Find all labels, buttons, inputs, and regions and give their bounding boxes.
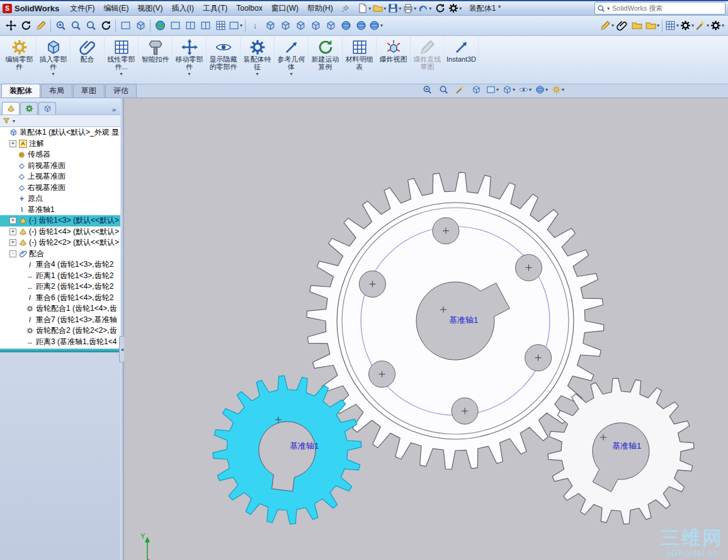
camera-views-button[interactable]: ▾ — [368, 18, 384, 33]
attachments-button[interactable] — [615, 18, 630, 33]
viewport-single-button[interactable] — [168, 18, 183, 33]
display-style-button[interactable]: ▾ — [501, 82, 516, 97]
linear-component-pattern-button[interactable]: 线性零部件...▾ — [105, 36, 139, 84]
apply-scene-button[interactable] — [152, 18, 168, 33]
tree-item[interactable]: /重合4 (齿轮1<3>,齿轮2 — [0, 259, 120, 271]
standard-views-button[interactable]: ↓ — [247, 18, 263, 33]
bill-of-materials-button[interactable]: 材料明细表 — [343, 36, 377, 84]
assembly-features-button[interactable]: 装配体特征▾ — [241, 36, 275, 84]
menu-item[interactable]: 插入(I) — [168, 2, 198, 15]
tree-item[interactable]: ◇上视基准面 — [0, 171, 120, 182]
hidden-lines-visible-button[interactable] — [278, 18, 293, 33]
tree-item[interactable]: +(-) 齿轮1<3> (默认<<默认> — [0, 215, 120, 227]
tree-item[interactable]: +原点 — [0, 193, 120, 204]
tree-item[interactable]: /重合6 (齿轮1<4>,齿轮2 — [0, 293, 120, 304]
instant3d-button[interactable]: Instant3D — [445, 36, 479, 84]
print-button[interactable]: ▾ — [402, 1, 418, 16]
viewport-four-button[interactable] — [213, 18, 228, 33]
expander-toggle[interactable]: - — [9, 250, 16, 257]
expander-toggle[interactable]: + — [9, 228, 16, 235]
tab-装配体[interactable]: 装配体 — [1, 84, 40, 98]
view-orientation-button[interactable]: ▾ — [485, 82, 500, 97]
tab-评估[interactable]: 评估 — [105, 84, 137, 98]
perspective-button[interactable] — [353, 18, 368, 33]
menu-item[interactable]: 窗口(W) — [267, 2, 303, 15]
tree-item[interactable]: /重合7 (齿轮1<3>,基准轴 — [0, 315, 120, 326]
design-library-button[interactable] — [630, 18, 645, 33]
tree-item[interactable]: ↔距离1 (齿轮1<3>,齿轮2 — [0, 271, 120, 282]
menu-item[interactable]: 帮助(H) — [303, 2, 338, 15]
menu-item[interactable]: 文件(F) — [65, 2, 99, 15]
model-canvas[interactable]: 基准轴1基准轴1基准轴1Y三维网3DPortal.cn — [124, 98, 728, 560]
tree-item[interactable]: ◇前视基准面 — [0, 160, 120, 172]
undo-button[interactable]: ▾ — [418, 1, 433, 16]
edit-component-button[interactable]: 编辑零部件 — [3, 36, 37, 84]
tree-item[interactable]: \基准轴1 — [0, 204, 120, 216]
menu-item[interactable]: Toolbox — [232, 3, 266, 14]
file-explorer-button[interactable]: ▾ — [645, 18, 660, 33]
tree-item[interactable]: ◇右视基准面 — [0, 182, 120, 194]
rotate-view-button[interactable] — [98, 18, 113, 33]
mate-button[interactable]: 配合 — [71, 36, 105, 84]
zoom-to-area-hud-button[interactable] — [419, 82, 435, 97]
previous-view-button[interactable] — [118, 18, 133, 33]
new-motion-study-button[interactable]: 新建运动算例 — [309, 36, 343, 84]
save-button[interactable]: ▾ — [387, 1, 402, 16]
propertymanager-tab[interactable] — [20, 102, 38, 115]
show-hidden-components-button[interactable]: 显示隐藏的零部件 — [207, 36, 241, 84]
pin-menu-button[interactable] — [341, 4, 350, 13]
featuremanager-tab[interactable] — [2, 102, 20, 115]
move-component-button[interactable] — [3, 18, 18, 33]
viewport-two-vertical-button[interactable] — [183, 18, 198, 33]
new-document-button[interactable]: ▾ — [357, 1, 372, 16]
expander-toggle[interactable]: + — [9, 217, 16, 224]
tab-布局[interactable]: 布局 — [41, 84, 72, 98]
menu-item[interactable]: 编辑(E) — [100, 2, 134, 15]
insert-component-button[interactable]: 插入零部件▾ — [37, 36, 71, 84]
tree-item[interactable]: 装配体1 (默认<默认>_外观 显 — [0, 127, 120, 138]
menu-item[interactable]: 视图(V) — [134, 2, 168, 15]
rebuild-button[interactable] — [433, 1, 448, 16]
menu-item[interactable]: 工具(T) — [198, 2, 232, 15]
viewport-two-horizontal-button[interactable] — [198, 18, 213, 33]
hide-show-items-button[interactable]: ▾ — [518, 82, 533, 97]
toolbar-options-button[interactable]: ▾ — [710, 18, 725, 33]
shadows-in-shaded-mode-button[interactable] — [338, 18, 353, 33]
move-component-cmd-button[interactable]: 移动零部件▾ — [173, 36, 207, 84]
zoom-in-out-button[interactable] — [53, 18, 68, 33]
section-view-button[interactable] — [133, 18, 148, 33]
edit-appearance-hud-button[interactable]: ▾ — [534, 82, 549, 97]
tree-item[interactable]: 齿轮配合1 (齿轮1<4>,齿 — [0, 303, 120, 315]
magnified-selection-button[interactable] — [452, 82, 467, 97]
custom-properties-button[interactable]: ▾ — [664, 18, 680, 33]
rotate-component-button[interactable] — [18, 18, 33, 33]
expander-toggle[interactable]: + — [9, 239, 16, 246]
equations-button[interactable]: ▾ — [680, 18, 695, 33]
shaded-button[interactable] — [323, 18, 338, 33]
tree-item[interactable]: 齿轮配合2 (齿轮2<2>,齿 — [0, 325, 120, 337]
tree-item[interactable]: +(-) 齿轮2<2> (默认<<默认> — [0, 237, 120, 249]
hidden-lines-removed-button[interactable] — [293, 18, 308, 33]
zoom-to-fit-button[interactable] — [83, 18, 98, 33]
tree-item[interactable]: +A注解 — [0, 138, 120, 150]
configurationmanager-tab[interactable] — [38, 102, 56, 115]
tree-item[interactable]: ↔距离2 (齿轮1<4>,齿轮2 — [0, 281, 120, 293]
tree-item[interactable]: ↔距离3 (基准轴1,齿轮1<4 — [0, 337, 120, 348]
tree-item[interactable]: -配合 — [0, 249, 120, 260]
measure-tools-button[interactable]: ▾ — [695, 18, 710, 33]
apply-scene-hud-button[interactable]: ▾ — [550, 82, 566, 97]
graphics-area[interactable]: 基准轴1基准轴1基准轴1Y三维网3DPortal.cn — [124, 98, 728, 560]
wireframe-button[interactable] — [263, 18, 278, 33]
expander-toggle[interactable]: + — [9, 140, 16, 147]
link-views-button[interactable]: ▾ — [228, 18, 243, 33]
panel-overflow-chevron[interactable]: » — [110, 106, 118, 115]
zoom-to-fit-hud-button[interactable] — [436, 82, 451, 97]
search-input[interactable] — [611, 4, 723, 13]
edit-sketch-button[interactable] — [33, 18, 48, 33]
reference-geometry-button[interactable]: 参考几何体▾ — [275, 36, 309, 84]
open-document-button[interactable]: ▾ — [372, 1, 387, 16]
zoom-area-button[interactable] — [68, 18, 83, 33]
shaded-with-edges-button[interactable] — [308, 18, 323, 33]
search-scope-caret-icon[interactable]: ▾ — [607, 6, 610, 11]
tree-item[interactable]: ◉传感器 — [0, 149, 120, 160]
